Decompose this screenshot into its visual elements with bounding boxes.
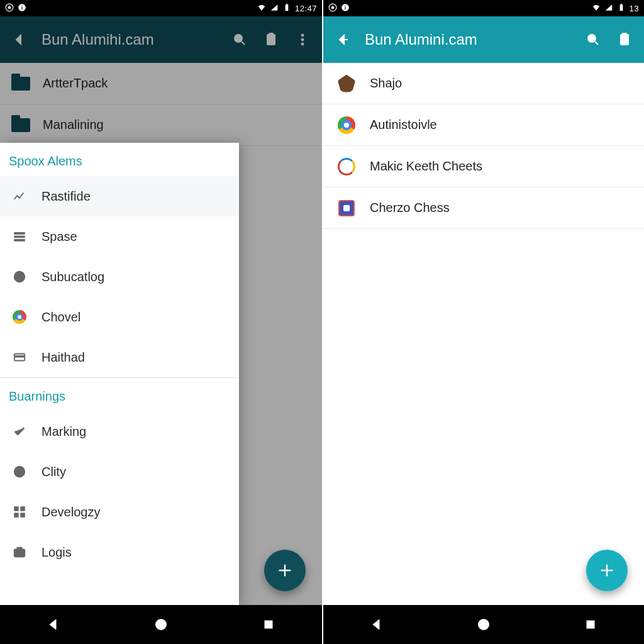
fab-add-button[interactable] <box>264 550 306 591</box>
svg-rect-3 <box>21 6 22 9</box>
svg-rect-15 <box>14 240 25 242</box>
status-clock: 12:47 <box>295 4 317 13</box>
svg-rect-22 <box>14 513 18 517</box>
fab-add-button[interactable] <box>586 550 628 591</box>
list-item[interactable]: Cherzo Chess <box>323 187 644 229</box>
list-item-label: Makic Keeth Cheets <box>370 159 482 174</box>
list-icon <box>11 228 28 245</box>
nav-home-button[interactable] <box>471 612 496 637</box>
svg-rect-26 <box>17 548 21 550</box>
appbar-title: Bun Alumini.cam <box>361 31 575 48</box>
battery-icon <box>617 3 626 14</box>
chrome-icon <box>11 309 28 325</box>
list-item[interactable]: Shajo <box>323 63 644 104</box>
drawer-section-header: Spoox Alems <box>0 143 239 176</box>
svg-rect-36 <box>620 4 621 4</box>
nav-back-button[interactable] <box>41 612 66 637</box>
wifi-icon <box>592 3 601 14</box>
svg-point-28 <box>158 621 164 628</box>
svg-point-1 <box>8 6 11 9</box>
svg-rect-5 <box>286 4 289 11</box>
status-app-icon <box>328 3 337 14</box>
svg-rect-42 <box>587 621 594 628</box>
drawer-item-logis[interactable]: Logis <box>0 532 239 572</box>
list-item[interactable]: Makic Keeth Cheets <box>323 146 644 187</box>
drawer-section-header: Buarnings <box>0 378 239 411</box>
svg-rect-4 <box>21 5 22 6</box>
svg-rect-35 <box>619 4 623 11</box>
status-info-icon <box>341 3 350 14</box>
status-bar: 12:47 <box>0 0 322 16</box>
drawer-item-label: Subucatlog <box>42 270 104 284</box>
drawer-item-chovel[interactable]: Chovel <box>0 297 239 337</box>
svg-point-41 <box>480 621 487 628</box>
phone-screen-left: 12:47 Bun Alumihi.cam ArtterTpack Manali… <box>0 0 322 644</box>
signal-icon <box>270 3 279 14</box>
back-button[interactable] <box>330 26 356 53</box>
nav-home-button[interactable] <box>148 612 174 637</box>
app-list: Shajo Autinistoivle Makic Keeth Cheets C… <box>323 63 644 605</box>
chess-icon <box>337 199 356 218</box>
nav-back-button[interactable] <box>364 612 389 637</box>
svg-rect-6 <box>286 4 287 4</box>
drawer-item-haithad[interactable]: Haithad <box>0 337 239 377</box>
drawer-item-spase[interactable]: Spase <box>0 216 239 257</box>
drawer-item-label: Spase <box>42 230 77 244</box>
drawer-item-rastifide[interactable]: Rastifide <box>0 176 239 216</box>
status-info-icon <box>18 3 26 14</box>
drawer-item-clity[interactable]: Clity <box>0 452 239 492</box>
drawer-item-label: Clity <box>42 465 66 479</box>
svg-rect-23 <box>21 513 25 517</box>
drawer-item-label: Haithad <box>42 350 85 365</box>
svg-point-25 <box>17 550 21 555</box>
play-circle-icon <box>11 464 28 480</box>
drawer-item-develogzy[interactable]: Develogzy <box>0 492 239 532</box>
drawer-item-label: Marking <box>42 425 86 439</box>
svg-rect-20 <box>14 507 18 511</box>
svg-point-31 <box>331 6 335 9</box>
sheets-icon <box>337 157 356 176</box>
status-bar: 13 <box>323 0 644 16</box>
chrome-icon <box>337 116 356 135</box>
system-nav-bar <box>323 605 644 644</box>
grid-icon <box>11 504 28 520</box>
card-icon <box>11 349 28 365</box>
nav-overview-button[interactable] <box>578 612 603 637</box>
drawer-item-label: Logis <box>42 545 72 560</box>
phone-screen-right: 13 Bun Alumini.cam Shajo Autinistoivle M… <box>322 0 644 644</box>
status-app-icon <box>5 3 14 14</box>
drawer-item-label: Chovel <box>42 310 80 325</box>
nav-overview-button[interactable] <box>256 612 281 637</box>
clock-icon <box>11 269 28 285</box>
search-button[interactable] <box>580 26 606 53</box>
wifi-icon <box>257 3 266 14</box>
appbar: Bun Alumini.cam <box>323 16 644 63</box>
svg-rect-33 <box>345 6 345 9</box>
system-nav-bar <box>0 605 322 644</box>
svg-rect-21 <box>21 507 25 511</box>
status-clock: 13 <box>630 4 639 13</box>
svg-rect-14 <box>14 236 25 238</box>
list-item[interactable]: Autinistoivle <box>323 104 644 146</box>
drawer-item-label: Develogzy <box>42 505 100 519</box>
shajo-icon <box>337 74 356 93</box>
drawer-item-marking[interactable]: Marking <box>0 411 239 452</box>
svg-rect-13 <box>14 233 25 235</box>
list-item-label: Cherzo Chess <box>370 201 450 215</box>
svg-rect-29 <box>265 621 272 628</box>
signal-icon <box>604 3 613 14</box>
navigation-drawer: Spoox Alems Rastifide Spase Subucatlog C… <box>0 143 239 605</box>
drawer-item-label: Rastifide <box>42 189 91 204</box>
svg-rect-18 <box>14 355 25 357</box>
svg-rect-39 <box>623 33 626 36</box>
svg-rect-34 <box>345 5 345 6</box>
list-item-label: Shajo <box>370 76 402 91</box>
chart-icon <box>11 188 28 204</box>
battery-icon <box>282 3 291 14</box>
drawer-item-subucatlog[interactable]: Subucatlog <box>0 257 239 297</box>
svg-point-37 <box>588 35 596 42</box>
check-icon <box>11 423 28 440</box>
clipboard-button[interactable] <box>611 26 638 53</box>
camera-icon <box>11 544 28 560</box>
list-item-label: Autinistoivle <box>370 118 437 132</box>
